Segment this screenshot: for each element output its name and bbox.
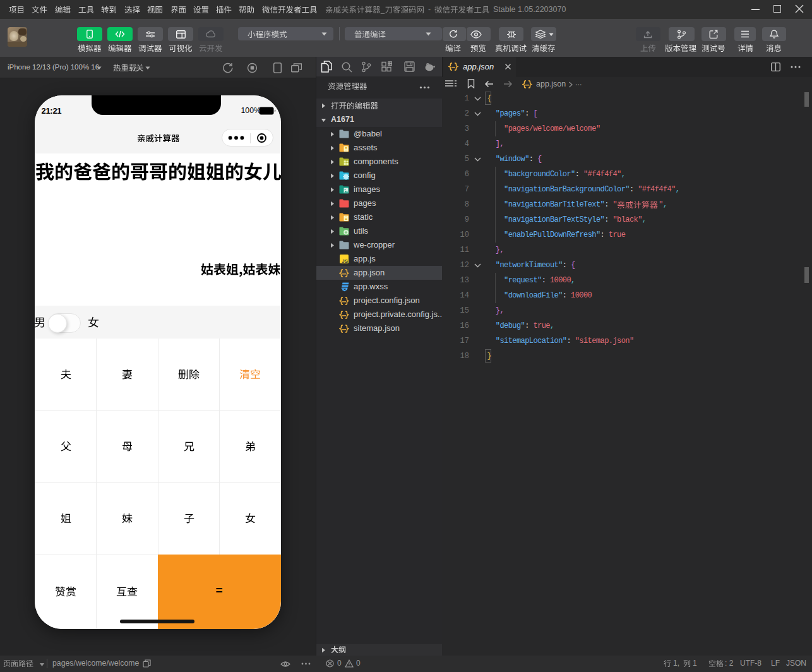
svg-text:JS: JS [342, 258, 348, 263]
